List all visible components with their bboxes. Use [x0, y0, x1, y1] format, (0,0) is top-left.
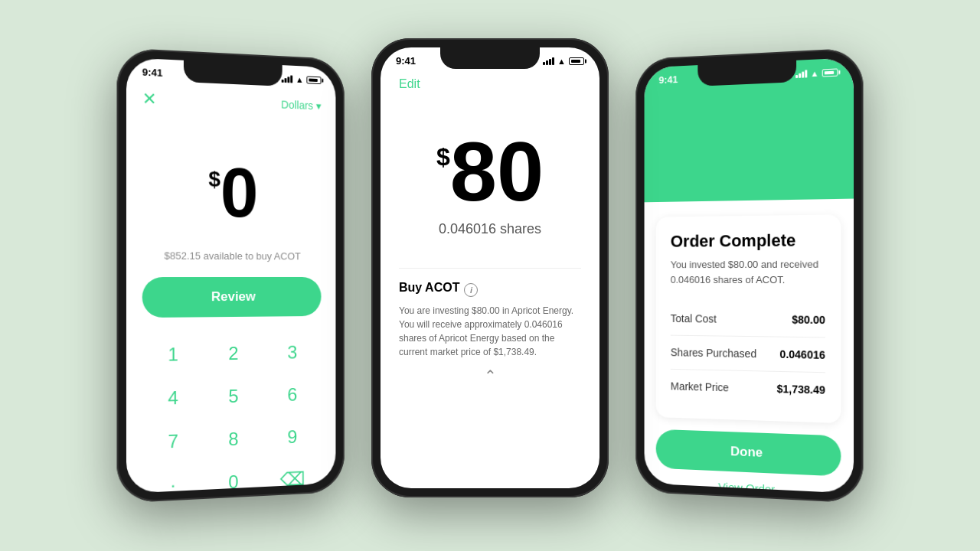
- status-icons-right: ▲: [795, 67, 838, 79]
- notch-left: [184, 60, 283, 86]
- wifi-icon-center: ▲: [557, 57, 566, 66]
- status-icons-left: ▲: [282, 73, 322, 84]
- amount-value: 0: [220, 158, 258, 228]
- battery-icon-right: [822, 68, 838, 77]
- order-row-shares: Shares Purchased 0.046016: [671, 336, 825, 373]
- dollar-sign2: $: [436, 143, 450, 171]
- amount-display: $ 0: [142, 156, 322, 228]
- order-complete-card: Order Complete You invested $80.00 and r…: [656, 214, 841, 423]
- numpad-1[interactable]: 1: [142, 333, 204, 377]
- total-cost-label: Total Cost: [671, 312, 717, 324]
- time-left: 9:41: [142, 66, 163, 79]
- signal-icon-left: [282, 74, 292, 83]
- numpad-3[interactable]: 3: [263, 331, 322, 375]
- close-button[interactable]: ✕: [142, 89, 157, 109]
- buy-label-row: Buy ACOT i: [399, 281, 581, 299]
- signal-icon-center: [543, 57, 554, 65]
- dollar-sign: $: [208, 167, 220, 191]
- numpad-8[interactable]: 8: [204, 417, 263, 462]
- screen1-content: ✕ Dollars ▾ $ 0 $852.15 available to buy…: [126, 80, 335, 494]
- notch-center: [440, 47, 540, 69]
- buy-description: You are investing $80.00 in Apricot Ener…: [399, 304, 581, 359]
- phone-center-screen: 9:41 ▲ Edit $ 80 0.046016 shares: [381, 47, 599, 488]
- numpad-5[interactable]: 5: [204, 374, 263, 419]
- notch-right: [697, 60, 796, 86]
- phone-right: 9:41 ▲ Order Complete You invested $80.0…: [635, 47, 863, 504]
- shares-text: 0.046016 shares: [399, 221, 581, 237]
- dollars-dropdown[interactable]: Dollars ▾: [281, 99, 321, 112]
- battery-icon-left: [306, 76, 321, 84]
- market-price-value: $1,738.49: [777, 383, 825, 396]
- phones-container: 9:41 ▲ ✕ Dollars ▾ $: [119, 46, 861, 505]
- edit-button[interactable]: Edit: [399, 77, 581, 91]
- done-button[interactable]: Done: [656, 429, 841, 477]
- review-button[interactable]: Review: [142, 277, 322, 318]
- time-right: 9:41: [658, 73, 678, 86]
- numpad-backspace[interactable]: ⌫: [263, 457, 322, 494]
- shares-purchased-value: 0.046016: [779, 348, 825, 361]
- screen1-header: ✕ Dollars ▾: [142, 89, 322, 116]
- signal-icon-right: [795, 70, 807, 78]
- order-subtitle: You invested $80.00 and received 0.04601…: [671, 257, 825, 288]
- numpad-2[interactable]: 2: [204, 331, 263, 375]
- total-cost-value: $80.00: [792, 314, 825, 327]
- order-row-price: Market Price $1,738.49: [671, 370, 825, 407]
- buy-section: Buy ACOT i You are investing $80.00 in A…: [399, 268, 581, 359]
- order-title: Order Complete: [671, 230, 825, 252]
- phone-left-screen: 9:41 ▲ ✕ Dollars ▾ $: [126, 57, 335, 494]
- status-icons-center: ▲: [543, 57, 584, 66]
- wifi-icon-right: ▲: [811, 68, 819, 78]
- screen2-content: Edit $ 80 0.046016 shares Buy ACOT i You…: [381, 70, 599, 393]
- buy-label: Buy ACOT: [399, 281, 459, 295]
- numpad-6[interactable]: 6: [263, 373, 322, 416]
- info-icon[interactable]: i: [464, 283, 478, 297]
- time-center: 9:41: [396, 55, 416, 67]
- order-row-total: Total Cost $80.00: [671, 302, 825, 337]
- numpad-7[interactable]: 7: [142, 419, 204, 465]
- numpad-0[interactable]: 0: [204, 459, 263, 493]
- available-text: $852.15 available to buy ACOT: [142, 249, 322, 262]
- wifi-icon-left: ▲: [296, 74, 303, 83]
- numpad-9[interactable]: 9: [263, 415, 322, 459]
- amount-value2: 80: [450, 129, 544, 214]
- numpad-4[interactable]: 4: [142, 376, 204, 421]
- view-order-link[interactable]: View Order: [645, 477, 854, 494]
- phone-right-screen: 9:41 ▲ Order Complete You invested $80.0…: [645, 57, 854, 494]
- phone-center: 9:41 ▲ Edit $ 80 0.046016 shares: [371, 38, 609, 497]
- numpad-dot[interactable]: ·: [142, 462, 204, 494]
- chevron-up-icon[interactable]: ⌃: [399, 367, 581, 385]
- numpad: 1 2 3 4 5 6 7 8 9 · 0 ⌫: [142, 331, 322, 494]
- phone-left: 9:41 ▲ ✕ Dollars ▾ $: [116, 47, 344, 504]
- battery-icon-center: [569, 57, 584, 65]
- shares-purchased-label: Shares Purchased: [671, 346, 756, 360]
- market-price-label: Market Price: [671, 380, 729, 394]
- amount-display2: $ 80: [399, 129, 581, 214]
